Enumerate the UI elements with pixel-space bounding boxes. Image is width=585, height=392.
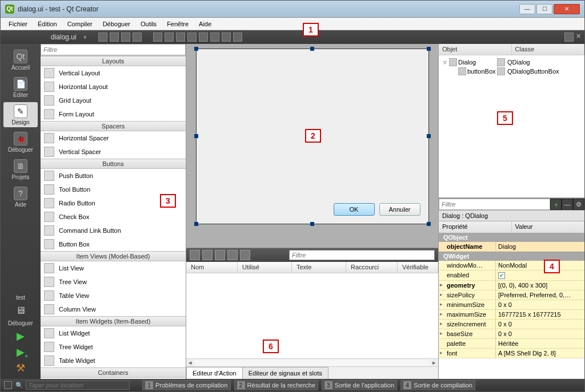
prop-font[interactable]: ▸fontA [MS Shell Dlg 2, 8] [439,349,584,358]
action-filter-input[interactable] [289,250,435,260]
remove-property-button[interactable]: — [562,199,573,210]
layout-grid-icon[interactable] [199,33,208,42]
adjust-size-icon[interactable] [233,33,242,42]
widgetbox-filter-input[interactable] [41,44,186,55]
widget-item[interactable]: Command Link Button [41,224,186,237]
menu-outils[interactable]: Outils [136,19,161,29]
run-button[interactable]: ▶ [13,330,29,342]
mode-editer[interactable]: 📄Éditer [3,75,38,100]
widget-category[interactable]: Item Views (Model-Based) [41,251,186,261]
dialog-button-box[interactable]: OK Annuler [334,203,420,216]
widget-category[interactable]: Buttons [41,159,186,169]
tool-icon[interactable] [121,33,130,42]
status-tab-compile-problems[interactable]: 1Problèmes de compilation [142,380,231,390]
horizontal-scrollbar[interactable]: ◂▸ [186,358,438,366]
widget-category[interactable]: Layouts [41,56,186,66]
delete-action-icon[interactable] [227,250,238,260]
menu-fenetre[interactable]: Fenêtre [162,19,193,29]
tool-icon[interactable] [133,33,142,42]
output-toggle[interactable] [4,381,12,389]
col-propriete[interactable]: Propriété [439,221,512,233]
object-tree[interactable]: ▿DialogQDialogbuttonBoxQDialogButtonBox [439,55,584,197]
prop-maximumsize[interactable]: ▸maximumSize16777215 x 16777215 [439,310,584,320]
object-row[interactable]: ▿DialogQDialog [440,58,583,67]
layout-vertical-icon[interactable] [165,33,174,42]
tool-icon[interactable] [98,33,107,42]
mode-design[interactable]: ✎Design [3,102,38,127]
menu-edition[interactable]: Édition [33,19,62,29]
target-selector[interactable]: 🖥 [13,304,29,317]
titlebar[interactable]: Qt dialog.ui - test - Qt Creator — ☐ ✕ [1,1,584,18]
status-tab-compile-output[interactable]: 4Sortie de compilation [400,380,475,390]
widget-item[interactable]: Column View [41,302,186,316]
expander-icon[interactable]: ▿ [442,59,448,66]
object-row[interactable]: buttonBoxQDialogButtonBox [440,67,583,76]
col-valeur[interactable]: Valeur [512,221,585,233]
add-property-button[interactable]: ＋ [550,199,562,210]
cancel-button[interactable]: Annuler [379,203,420,216]
layout-form-icon[interactable] [210,33,219,42]
layout-horizontal-icon[interactable] [153,33,162,42]
widgetbox-tree[interactable]: LayoutsVertical LayoutHorizontal LayoutG… [41,55,186,379]
mode-accueil[interactable]: QtAccueil [3,47,38,72]
widget-item[interactable]: Table Widget [41,354,186,367]
prop-palette[interactable]: paletteHéritée [439,339,584,349]
widget-item[interactable]: Tree View [41,275,186,289]
prop-sizeincrement[interactable]: ▸sizeIncrement0 x 0 [439,320,584,329]
col-classe[interactable]: Classe [512,44,585,55]
close-button[interactable]: ✕ [554,4,580,14]
ok-button[interactable]: OK [334,203,375,216]
widget-item[interactable]: Vertical Spacer [41,145,186,159]
widget-item[interactable]: Vertical Layout [41,66,186,80]
widget-item[interactable]: Button Box [41,237,186,251]
status-tab-app-output[interactable]: 3Sortie de l'application [322,380,397,390]
prop-enabled[interactable]: enabled✔ [439,270,584,281]
property-menu-button[interactable]: ⚙ [573,199,584,210]
minimize-button[interactable]: — [519,4,535,14]
open-file-tab[interactable]: dialog.ui [46,32,81,42]
split-icon[interactable] [564,33,574,42]
col-objet[interactable]: Objet [439,44,512,55]
menu-aide[interactable]: Aide [194,19,216,29]
property-filter-input[interactable] [439,199,550,210]
widget-item[interactable]: List View [41,261,186,275]
widget-item[interactable]: Table View [41,289,186,302]
prop-objectname[interactable]: objectNameDialog [439,242,584,252]
prop-geometry[interactable]: ▸geometry[(0, 0), 400 x 300] [439,281,584,290]
break-layout-icon[interactable] [222,33,231,42]
property-list[interactable]: QObject objectNameDialog QWidget windowM… [439,233,584,358]
action-list[interactable] [186,273,438,358]
widget-item[interactable]: Horizontal Spacer [41,131,186,145]
mode-deboguer[interactable]: 🐞Déboguer [3,130,38,155]
build-button[interactable]: ⚒ [13,362,29,374]
mode-projets[interactable]: 🗎Projets [3,157,38,182]
copy-action-icon[interactable] [202,250,213,260]
widget-item[interactable]: Push Button [41,169,186,183]
widget-item[interactable]: Grid Layout [41,94,186,107]
widget-category[interactable]: Containers [41,367,186,378]
prop-basesize[interactable]: ▸baseSize0 x 0 [439,329,584,339]
paste-action-icon[interactable] [215,250,225,260]
menu-deboguer[interactable]: Déboguer [98,19,135,29]
widget-item[interactable]: Form Layout [41,107,186,121]
widget-item[interactable]: Check Box [41,210,186,224]
debug-run-button[interactable]: ▶● [13,346,29,358]
menu-fichier[interactable]: Fichier [4,19,32,29]
layout-hsplit-icon[interactable] [176,33,185,42]
configure-icon[interactable] [240,250,250,260]
tool-icon[interactable] [110,33,119,42]
checkbox-icon[interactable]: ✔ [498,272,505,279]
widget-item[interactable]: Horizontal Layout [41,80,186,94]
widget-item[interactable]: Tree Widget [41,340,186,354]
layout-vsplit-icon[interactable] [187,33,197,42]
new-action-icon[interactable] [190,250,200,260]
locator-input[interactable] [26,381,130,390]
prop-minimumsize[interactable]: ▸minimumSize0 x 0 [439,300,584,310]
status-tab-search-results[interactable]: 2Résultat de la recherche [234,380,318,390]
widget-category[interactable]: Item Widgets (Item-Based) [41,316,186,326]
widget-item[interactable]: List Widget [41,326,186,340]
panel-close-icon[interactable]: ✕ [576,33,581,42]
menu-compiler[interactable]: Compiler [63,19,97,29]
maximize-button[interactable]: ☐ [536,4,552,14]
widget-category[interactable]: Spacers [41,121,186,131]
